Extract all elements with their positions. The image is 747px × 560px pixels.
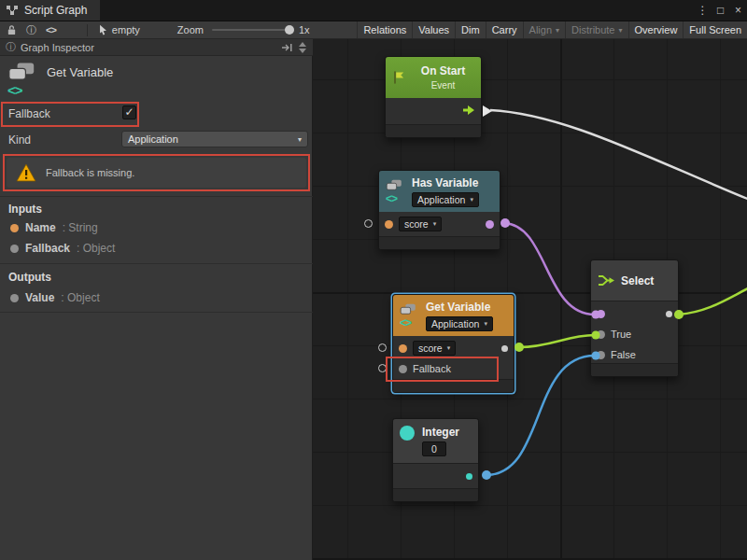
wire-condition	[504, 223, 595, 315]
name-port[interactable]	[399, 344, 407, 353]
chevron-down-icon: ▾	[433, 220, 437, 228]
node-select[interactable]: Select True False	[590, 259, 679, 377]
score-variable-dropdown[interactable]: score ▾	[413, 341, 456, 356]
selection-status: empty	[112, 24, 140, 35]
true-port-label: True	[611, 329, 631, 340]
flow-output-port[interactable]	[462, 105, 475, 118]
title-bar: Script Graph ⋮ □ ×	[0, 0, 747, 21]
dim-button[interactable]: Dim	[455, 21, 486, 38]
flow-connection-triangle[interactable]	[483, 105, 492, 117]
wire-flow	[490, 110, 747, 200]
output-row-value: Value : Object	[10, 291, 100, 304]
selection-output-port[interactable]	[666, 311, 672, 317]
check-icon: ✓	[124, 105, 134, 119]
name-port[interactable]	[385, 220, 393, 229]
get-variable-icon: <>	[7, 62, 39, 99]
unconnected-port-ring[interactable]	[378, 343, 387, 352]
object-port-icon	[10, 294, 19, 302]
align-button[interactable]: Align▾	[523, 21, 565, 38]
kind-field-label: Kind	[8, 133, 31, 147]
node-get-variable[interactable]: <> Get Variable Application ▾	[392, 294, 514, 393]
string-port-icon	[10, 224, 19, 232]
chevron-down-icon: ▾	[619, 26, 623, 35]
fallback-checkbox[interactable]: ✓	[122, 105, 136, 119]
window-menu-icon[interactable]: ⋮	[694, 0, 712, 21]
carry-button[interactable]: Carry	[486, 21, 523, 38]
chevron-down-icon: ▾	[298, 135, 302, 144]
chevron-down-icon: ▾	[484, 320, 487, 328]
unit-title: Get Variable	[47, 65, 113, 99]
graph-toolbar: ⓘ <> empty Zoom 1x Relations Values Dim …	[0, 21, 747, 39]
variable-brackets-icon: <>	[400, 317, 411, 329]
variable-brackets-icon: <>	[386, 193, 397, 204]
window-controls: ⋮ □ ×	[694, 0, 747, 21]
kind-dropdown[interactable]: Application ▾	[121, 131, 308, 147]
overview-button[interactable]: Overview	[628, 21, 684, 38]
main-area: ⓘ Graph Inspector <> Get Variable Fallba…	[0, 39, 747, 560]
integer-value-input[interactable]: 0	[422, 441, 446, 456]
unconnected-port-ring[interactable]	[378, 364, 387, 372]
tab-title: Script Graph	[24, 4, 87, 17]
condition-port[interactable]	[597, 310, 605, 318]
input-row-fallback: Fallback : Object	[10, 242, 115, 255]
close-icon[interactable]: ×	[729, 0, 747, 21]
graph-inspector-title: Graph Inspector	[21, 42, 94, 53]
connection-wires	[313, 39, 747, 560]
graph-inspector-panel: ⓘ Graph Inspector <> Get Variable Fallba…	[0, 39, 313, 560]
variables-icon	[400, 303, 416, 315]
maximize-icon[interactable]: □	[712, 0, 729, 21]
kind-dropdown[interactable]: Application ▾	[426, 316, 493, 331]
fallback-port-label: Fallback	[413, 363, 451, 374]
integer-output-port[interactable]	[466, 473, 472, 480]
flag-icon	[392, 70, 406, 85]
unit-header: <> Get Variable	[7, 62, 113, 99]
distribute-button[interactable]: Distribute▾	[565, 21, 627, 38]
full-screen-button[interactable]: Full Screen	[683, 21, 747, 38]
variables-icon	[386, 179, 402, 191]
kind-dropdown-value: Application	[128, 133, 178, 145]
wire-select-output	[679, 287, 747, 315]
graph-inspector-header: ⓘ Graph Inspector	[0, 39, 313, 56]
lock-icon[interactable]	[2, 21, 21, 38]
divider	[0, 196, 313, 197]
wire-true-value	[519, 335, 595, 347]
object-port-icon	[10, 245, 19, 253]
zoom-slider-knob[interactable]	[285, 25, 294, 35]
tab-script-graph[interactable]: Script Graph	[0, 0, 100, 21]
info-icon: ⓘ	[6, 40, 16, 54]
select-icon	[598, 273, 615, 287]
code-preview-icon[interactable]: <>	[41, 21, 61, 38]
dock-panel-icon[interactable]	[281, 43, 293, 52]
false-port[interactable]	[597, 351, 605, 359]
script-graph-window: Script Graph ⋮ □ × ⓘ <> empty Zoom 1x Re…	[0, 0, 747, 560]
inputs-header: Inputs	[8, 203, 42, 216]
unconnected-port-ring[interactable]	[364, 219, 373, 228]
inspector-scroll-arrows[interactable]	[299, 42, 307, 53]
chevron-down-icon: ▾	[470, 196, 473, 203]
input-row-name: Name : String	[10, 221, 98, 234]
node-integer[interactable]: Integer 0	[392, 418, 479, 502]
info-icon[interactable]: ⓘ	[21, 21, 41, 38]
score-variable-dropdown[interactable]: score ▾	[399, 217, 442, 231]
node-on-start[interactable]: On Start Event	[385, 56, 482, 138]
fallback-port[interactable]	[399, 365, 407, 373]
integer-icon	[400, 426, 415, 441]
values-button[interactable]: Values	[412, 21, 455, 38]
fallback-field-label: Fallback	[8, 107, 50, 120]
value-output-port[interactable]	[501, 345, 508, 352]
bool-output-port[interactable]	[486, 220, 494, 229]
kind-dropdown[interactable]: Application ▾	[412, 192, 479, 207]
true-port[interactable]	[597, 330, 605, 339]
divider	[0, 263, 313, 264]
zoom-slider[interactable]	[212, 29, 290, 31]
script-graph-icon	[6, 5, 19, 16]
divider	[0, 312, 313, 313]
node-has-variable[interactable]: <> Has Variable Application ▾	[378, 170, 500, 250]
graph-canvas[interactable]: On Start Event	[313, 39, 747, 560]
false-port-label: False	[611, 349, 636, 360]
selection-pointer-icon	[93, 21, 109, 38]
chevron-down-icon: ▾	[447, 344, 451, 352]
warning-icon	[16, 163, 36, 182]
zoom-label: Zoom	[177, 24, 204, 35]
relations-button[interactable]: Relations	[357, 21, 412, 38]
